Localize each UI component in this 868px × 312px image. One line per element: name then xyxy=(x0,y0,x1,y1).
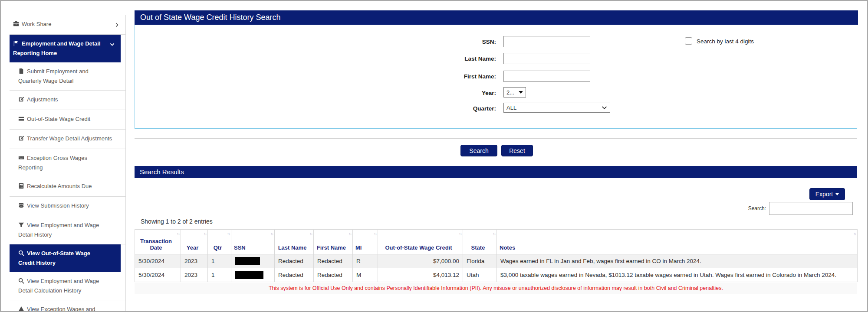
chevron-right-icon xyxy=(115,21,119,30)
column-header-first-name[interactable]: First Name xyxy=(314,230,353,254)
column-header-transaction-date[interactable]: Transaction Date xyxy=(135,230,181,254)
showing-entries-text: Showing 1 to 2 of 2 entries xyxy=(141,218,213,225)
cell-state: Florida xyxy=(463,254,497,268)
cell-qtr: 1 xyxy=(208,254,231,268)
cell-state: Utah xyxy=(463,268,497,282)
sidebar-item-view-exception-wages-employee-count-history[interactable]: View Exception Wages and Employee Count … xyxy=(10,300,125,312)
sidebar-item-view-employment-wage-detail-history[interactable]: View Employment and Wage Detail History xyxy=(10,216,125,244)
column-header-ssn[interactable]: SSN xyxy=(231,230,275,254)
filter-icon xyxy=(18,222,24,231)
cell-last-name: Redacted xyxy=(275,268,314,282)
year-select-value: 2... xyxy=(506,89,514,96)
search-by-last4-checkbox[interactable] xyxy=(685,37,692,45)
export-button-label: Export xyxy=(815,191,833,198)
search-panel-title: Out of State Wage Credit History Search xyxy=(135,10,858,25)
sort-icon[interactable] xyxy=(493,231,495,236)
redacted-ssn-box xyxy=(235,271,263,279)
last-name-input[interactable] xyxy=(503,53,590,64)
cell-mi: M xyxy=(353,268,378,282)
cell-mi: R xyxy=(353,254,378,268)
sidebar-item-work-share[interactable]: Work Share xyxy=(10,15,125,35)
pii-warning-text: This system is for Official Use Only and… xyxy=(269,285,723,291)
briefcase-icon xyxy=(13,21,19,29)
column-header-state[interactable]: State xyxy=(463,230,497,254)
sidebar-item-exception-gross-wages-reporting[interactable]: Exception Gross Wages Reporting xyxy=(10,149,125,177)
sidebar-item-view-employment-wage-detail-calculation-history[interactable]: View Employment and Wage Detail Calculat… xyxy=(10,272,125,300)
sidebar-item-submit-employment-quarterly-wage-detail[interactable]: Submit Employment and Quarterly Wage Det… xyxy=(10,62,125,91)
sort-icon[interactable] xyxy=(227,231,230,236)
sidebar-item-label: View Out-of-State Wage Credit History xyxy=(18,250,90,266)
table-header-row: Transaction Date Year Qtr SSN Last Name … xyxy=(135,230,858,254)
calculator-icon xyxy=(18,183,24,192)
sort-icon[interactable] xyxy=(309,231,312,236)
sidebar-item-transfer-wage-detail-adjustments[interactable]: Transfer Wage Detail Adjustments xyxy=(10,130,125,149)
year-select[interactable]: 2... xyxy=(503,87,526,98)
table-filter-label: Search: xyxy=(723,205,766,211)
pii-warning-band: This system is for Official Use Only and… xyxy=(135,283,857,294)
sidebar-item-recalculate-amounts-due[interactable]: Recalculate Amounts Due xyxy=(10,177,125,197)
cell-year: 2023 xyxy=(181,268,208,282)
search-results-title: Search Results xyxy=(135,166,857,178)
section-divider xyxy=(135,138,857,139)
search-by-last4-label: Search by last 4 digits xyxy=(697,38,754,45)
chevron-down-icon xyxy=(602,105,607,110)
keyboard-icon xyxy=(18,155,24,163)
column-header-year[interactable]: Year xyxy=(181,230,208,254)
first-name-input[interactable] xyxy=(503,71,590,82)
table-row: 5/30/2024 2023 1 Redacted Redacted R $7,… xyxy=(135,254,858,268)
sidebar-item-employment-wage-detail-home[interactable]: Employment and Wage Detail Reporting Hom… xyxy=(10,35,121,62)
sidebar-nav: Work Share Employment and Wage Detail Re… xyxy=(10,15,126,312)
sidebar-item-label: View Employment and Wage Detail Calculat… xyxy=(18,278,99,294)
table-row: 5/30/2024 2023 1 Redacted Redacted M $4,… xyxy=(135,268,858,282)
quarter-label: Quarter: xyxy=(431,105,496,112)
select-arrow-icon xyxy=(519,91,523,94)
sort-icon[interactable] xyxy=(853,231,856,236)
cell-notes: $3,000 taxable wages earned in Nevada, $… xyxy=(497,268,858,282)
sidebar-item-label: Submit Employment and Quarterly Wage Det… xyxy=(18,68,89,84)
app-window: Work Share Employment and Wage Detail Re… xyxy=(0,0,868,312)
cell-first-name: Redacted xyxy=(314,254,353,268)
column-header-notes[interactable]: Notes xyxy=(497,230,858,254)
column-header-mi[interactable]: MI xyxy=(353,230,378,254)
file-icon xyxy=(18,68,24,77)
cell-year: 2023 xyxy=(181,254,208,268)
redacted-ssn-box xyxy=(235,257,260,265)
cell-ssn xyxy=(231,268,275,282)
cell-qtr: 1 xyxy=(208,268,231,282)
cell-first-name: Redacted xyxy=(314,268,353,282)
sidebar-item-label: Employment and Wage Detail Reporting Hom… xyxy=(13,40,101,56)
sidebar-item-out-of-state-wage-credit[interactable]: Out-of-State Wage Credit xyxy=(10,110,125,130)
column-header-qtr[interactable]: Qtr xyxy=(208,230,231,254)
quarter-select[interactable]: ALL xyxy=(503,103,610,113)
sidebar-item-adjustments[interactable]: Adjustments xyxy=(10,91,125,110)
reset-button[interactable]: Reset xyxy=(501,145,533,156)
sidebar-item-label: Exception Gross Wages Reporting xyxy=(18,155,87,171)
cell-ssn xyxy=(231,254,275,268)
pencil-square-icon xyxy=(18,96,24,105)
cell-credit: $4,013.12 xyxy=(378,268,463,282)
column-header-last-name[interactable]: Last Name xyxy=(275,230,314,254)
caret-down-icon xyxy=(835,193,839,195)
sidebar-item-view-submission-history[interactable]: View Submission History xyxy=(10,197,125,216)
sort-icon[interactable] xyxy=(459,231,461,236)
sidebar-item-label: View Exception Wages and Employee Count … xyxy=(18,306,95,312)
sort-icon[interactable] xyxy=(349,231,351,236)
sidebar-item-view-out-of-state-wage-credit-history[interactable]: View Out-of-State Wage Credit History xyxy=(10,244,121,272)
pencil-square-icon xyxy=(18,135,24,144)
sort-icon[interactable] xyxy=(177,231,179,236)
ssn-input[interactable] xyxy=(503,36,590,47)
sidebar-item-label: Out-of-State Wage Credit xyxy=(27,116,90,122)
table-filter-input[interactable] xyxy=(769,202,853,215)
cell-transaction-date: 5/30/2024 xyxy=(135,268,181,282)
column-header-out-of-state-wage-credit[interactable]: Out-of-State Wage Credit xyxy=(378,230,463,254)
sort-icon[interactable] xyxy=(270,231,273,236)
export-button[interactable]: Export xyxy=(809,188,845,200)
chevron-down-icon xyxy=(110,41,115,49)
sidebar-item-label: Transfer Wage Detail Adjustments xyxy=(27,135,112,142)
search-button[interactable]: Search xyxy=(460,145,497,156)
sort-icon[interactable] xyxy=(204,231,206,236)
sort-icon[interactable] xyxy=(374,231,376,236)
sidebar-item-label: View Employment and Wage Detail History xyxy=(18,222,99,238)
year-label: Year: xyxy=(431,90,496,96)
sidebar-item-label: Work Share xyxy=(22,21,51,27)
